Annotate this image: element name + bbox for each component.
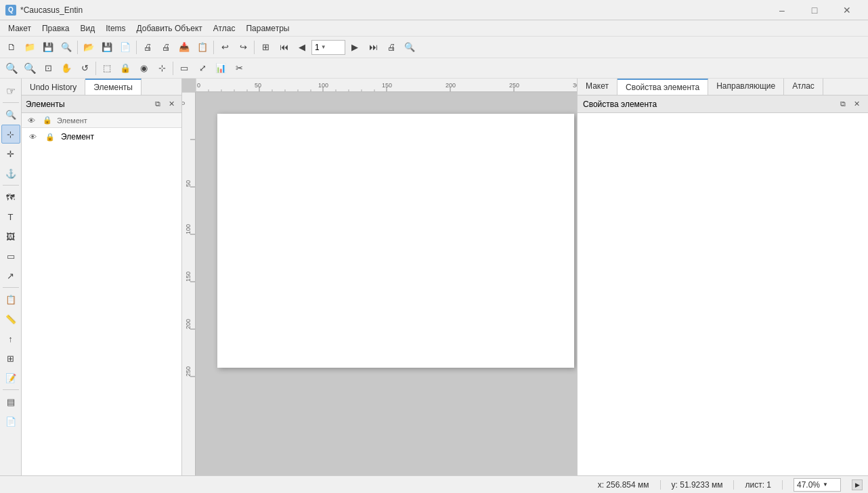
combo-arrow: ▼ xyxy=(321,44,326,50)
svg-text:50: 50 xyxy=(255,82,261,89)
elements-row[interactable]: 👁 🔒 Элемент xyxy=(22,128,181,146)
select-group-btn[interactable]: ⬚ xyxy=(98,60,116,77)
add-shape-tool[interactable]: ▭ xyxy=(1,246,20,265)
element-name: Элемент xyxy=(61,132,94,142)
zoom-combo[interactable]: 47.0% ▼ xyxy=(794,478,841,492)
refresh-btn[interactable]: ↺ xyxy=(76,60,93,77)
add-map-tool[interactable]: 🗺 xyxy=(1,188,20,207)
main: ☞ 🔍 ⊹ ✛ ⚓ 🗺 T 🖼 ▭ ↗ 📋 📏 ↑ ⊞ 📝 ▤ 📄 Undo H… xyxy=(0,79,868,475)
print-button[interactable]: 🖨 xyxy=(139,39,156,56)
import-button[interactable]: 📥 xyxy=(175,39,193,56)
svg-text:0: 0 xyxy=(197,82,200,89)
float-properties-button[interactable]: ⧉ xyxy=(837,98,849,110)
zoom-out-btn[interactable]: 🔍 xyxy=(21,60,39,77)
scale-btn[interactable]: ⤢ xyxy=(194,60,211,77)
add-table-tool[interactable]: ▤ xyxy=(1,392,20,411)
elements-title: Элементы xyxy=(26,100,65,109)
y-label: y: 51.9233 мм xyxy=(672,480,723,490)
svg-text:50: 50 xyxy=(185,180,192,187)
new-button[interactable]: 🗋 xyxy=(3,39,20,56)
close-panel-button[interactable]: ✕ xyxy=(165,98,177,110)
dots-btn[interactable]: ⊹ xyxy=(153,60,171,77)
menu-pravka[interactable]: Правка xyxy=(37,20,75,37)
scroll-right[interactable]: ▶ xyxy=(852,479,863,490)
add-text-tool[interactable]: T xyxy=(1,207,20,226)
add-north-tool[interactable]: ↑ xyxy=(1,329,20,348)
tb-btn-next[interactable]: ▶ xyxy=(346,39,364,56)
add-arrow-tool[interactable]: ↗ xyxy=(1,266,20,285)
tab-maket[interactable]: Макет xyxy=(578,79,617,95)
pan-btn[interactable]: ✋ xyxy=(58,60,75,77)
add-image-tool[interactable]: 🖼 xyxy=(1,227,20,246)
minimize-button[interactable]: – xyxy=(766,0,798,20)
lock-col-header: 🔒 xyxy=(41,114,54,127)
page-num: 1 xyxy=(766,480,771,490)
anchor-tool[interactable]: ⚓ xyxy=(1,164,20,183)
save-button[interactable]: 💾 xyxy=(98,39,116,56)
close-button[interactable]: ✕ xyxy=(831,0,863,20)
menu-atlas[interactable]: Атлас xyxy=(208,20,241,37)
visible-eye-icon[interactable]: 👁 xyxy=(26,130,39,144)
tb-btn-prev[interactable]: ◀ xyxy=(293,39,311,56)
page-combo[interactable]: 1 ▼ xyxy=(311,40,345,55)
open-folder-button[interactable]: 📂 xyxy=(80,39,97,56)
undo-button[interactable]: ↩ xyxy=(216,39,234,56)
app-icon xyxy=(5,5,16,16)
menu-vid[interactable]: Вид xyxy=(75,20,101,37)
canvas-area[interactable]: 0 50 100 150 200 250 300 xyxy=(182,79,577,475)
lt-sep-3 xyxy=(3,287,19,288)
lock-icon[interactable]: 🔒 xyxy=(43,130,57,144)
search-button[interactable]: 🔍 xyxy=(58,39,75,56)
pan-tool[interactable]: ☞ xyxy=(1,81,20,100)
tab-guides[interactable]: Направляющие xyxy=(708,79,784,95)
select-tool[interactable]: ⊹ xyxy=(1,125,20,144)
ruler-top: 0 50 100 150 200 250 300 xyxy=(196,79,577,92)
ruler-left: 0 50 100 150 200 250 xyxy=(182,92,196,475)
tab-atlas[interactable]: Атлас xyxy=(784,79,823,95)
close-poly-btn[interactable]: ✂ xyxy=(230,60,248,77)
tb-btn-grid1[interactable]: ⊞ xyxy=(257,39,274,56)
zoom-full-btn[interactable]: ⊡ xyxy=(39,60,57,77)
titlebar-controls[interactable]: – □ ✕ xyxy=(766,0,863,20)
close-properties-button[interactable]: ✕ xyxy=(850,98,863,110)
redo-button[interactable]: ↪ xyxy=(234,39,252,56)
print2-button[interactable]: 🖨 xyxy=(157,39,175,56)
lock-btn[interactable]: 🔒 xyxy=(116,60,134,77)
menu-add-object[interactable]: Добавить Объект xyxy=(131,20,208,37)
open-button[interactable]: 📁 xyxy=(21,39,39,56)
tb-btn-last[interactable]: ⏭ xyxy=(364,39,382,56)
add-scalebar-tool[interactable]: 📏 xyxy=(1,309,20,328)
float-panel-button[interactable]: ⧉ xyxy=(152,98,164,110)
add-attr-tool[interactable]: 📝 xyxy=(1,368,20,387)
tab-elements[interactable]: Элементы xyxy=(85,79,142,95)
export-pdf-button[interactable]: 📋 xyxy=(194,39,211,56)
menu-parameters[interactable]: Параметры xyxy=(240,20,295,37)
properties-panel: Свойства элемента ⧉ ✕ xyxy=(578,95,868,475)
circle-btn[interactable]: ◉ xyxy=(135,60,152,77)
sep-5 xyxy=(95,62,96,75)
add-grid-tool[interactable]: ⊞ xyxy=(1,349,20,368)
tb-btn-first[interactable]: ⏮ xyxy=(275,39,292,56)
add-page-tool[interactable]: 📄 xyxy=(1,412,20,431)
chart-btn[interactable]: 📊 xyxy=(212,60,230,77)
tab-bar: Undo History Элементы xyxy=(22,79,181,95)
tab-properties[interactable]: Свойства элемента xyxy=(617,79,708,95)
zoom-tool[interactable]: 🔍 xyxy=(1,105,20,124)
add-legend-tool[interactable]: 📋 xyxy=(1,290,20,309)
name-col-header: Элемент xyxy=(57,116,87,125)
menu-maket[interactable]: Макет xyxy=(3,20,37,37)
visible-col-header: 👁 xyxy=(24,114,38,127)
paper xyxy=(217,114,574,368)
new2-button[interactable]: 📄 xyxy=(116,39,134,56)
tb-btn-print3[interactable]: 🖨 xyxy=(383,39,400,56)
panels-left: Undo History Элементы Элементы ⧉ ✕ 👁 � xyxy=(22,79,182,475)
tab-undo-history[interactable]: Undo History xyxy=(22,79,85,95)
maximize-button[interactable]: □ xyxy=(799,0,830,20)
svg-text:150: 150 xyxy=(185,272,192,282)
move-item-tool[interactable]: ✛ xyxy=(1,144,20,163)
rect-btn[interactable]: ▭ xyxy=(175,60,193,77)
menu-items[interactable]: Items xyxy=(100,20,131,37)
zoom-in-btn[interactable]: 🔍 xyxy=(3,60,20,77)
tb-btn-search2[interactable]: 🔍 xyxy=(401,39,418,56)
save-as-button[interactable]: 💾 xyxy=(39,39,57,56)
